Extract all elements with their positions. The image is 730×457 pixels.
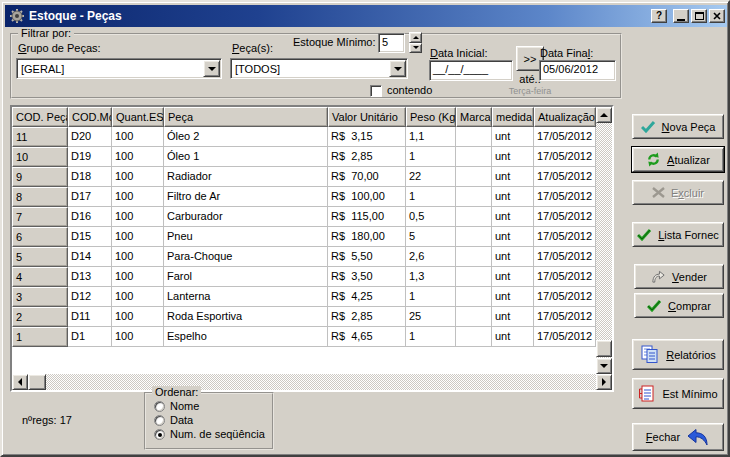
table-cell: D11 (68, 307, 112, 327)
estoque-minimo-input[interactable]: 5 (378, 33, 405, 53)
refresh-icon (646, 152, 661, 167)
comprar-button[interactable]: Comprar (634, 293, 724, 318)
table-row[interactable]: 11D20100Óleo 2R$ 3,151,1unt17/05/2012 (12, 127, 596, 147)
grupo-pecas-combobox[interactable]: [GERAL] (16, 58, 222, 79)
radio-icon[interactable] (154, 415, 165, 426)
table-row[interactable]: 3D12100LanternaR$ 4,251unt17/05/2012 (12, 287, 596, 307)
spinner-up-button[interactable] (409, 32, 422, 43)
contendo-checkbox[interactable] (370, 85, 382, 97)
column-header[interactable]: Peça (164, 107, 328, 127)
table-cell: 2,6 (406, 247, 456, 267)
close-icon (713, 12, 721, 20)
excluir-button[interactable]: Excluir (632, 180, 724, 205)
scroll-up-button[interactable] (596, 107, 612, 123)
minimize-button[interactable] (673, 9, 689, 23)
button-label: Fechar (646, 431, 680, 443)
table-cell: 100 (112, 287, 164, 307)
contendo-label: contendo (387, 84, 432, 96)
scroll-left-button[interactable] (12, 374, 28, 390)
vertical-scroll-thumb[interactable] (596, 340, 612, 357)
table-cell (456, 247, 492, 267)
chevron-down-icon (208, 67, 216, 71)
column-header[interactable]: Atualização (534, 107, 596, 127)
table-cell: 17/05/2012 (534, 187, 596, 207)
radio-label: Nome (170, 400, 199, 412)
table-cell: Pneu (164, 227, 328, 247)
data-inicial-input[interactable]: __/__/____ (429, 60, 513, 81)
table-row[interactable]: 5D14100Para-ChoqueR$ 5,502,6unt17/05/201… (12, 247, 596, 267)
table-row[interactable]: 6D15100PneuR$ 180,005unt17/05/2012 (12, 227, 596, 247)
column-header[interactable]: Quant.EST (112, 107, 164, 127)
vertical-scrollbar[interactable] (596, 107, 612, 374)
radio-num-sequencia[interactable]: Num. de seqüência (154, 428, 265, 440)
table-cell: D1 (68, 327, 112, 347)
grid-viewport: COD. PeçaCOD.ModQuant.ESTPeçaValor Unitá… (12, 107, 612, 390)
close-button[interactable] (709, 9, 725, 23)
table-cell (456, 207, 492, 227)
column-header[interactable]: COD. Peça (12, 107, 68, 127)
table-cell: 17/05/2012 (534, 327, 596, 347)
est-minimo-button[interactable]: Est Mínimo (632, 378, 724, 409)
titlebar[interactable]: Estoque - Peças ? (5, 5, 727, 27)
minimize-icon (677, 19, 685, 21)
table-row[interactable]: 2D11100Roda EsportivaR$ 2,8525unt17/05/2… (12, 307, 596, 327)
nova-peca-button[interactable]: Nova Peça (632, 114, 724, 139)
column-header[interactable]: COD.Mod (68, 107, 112, 127)
pecas-dropdown-button[interactable] (389, 60, 406, 77)
spinner-down-button[interactable] (409, 43, 422, 54)
parts-grid[interactable]: COD. PeçaCOD.ModQuant.ESTPeçaValor Unitá… (10, 105, 614, 392)
table-row[interactable]: 10D19100Óleo 1R$ 2,851unt17/05/2012 (12, 147, 596, 167)
table-row[interactable]: 9D18100RadiadorR$ 70,0022unt17/05/2012 (12, 167, 596, 187)
estoque-minimo-spinner[interactable] (409, 32, 422, 53)
table-cell: Lanterna (164, 287, 328, 307)
table-cell: 100 (112, 267, 164, 287)
column-header[interactable]: Peso (Kg) (406, 107, 456, 127)
horizontal-scroll-thumb[interactable] (28, 374, 46, 390)
fechar-button[interactable]: Fechar (632, 423, 724, 451)
table-cell: Radiador (164, 167, 328, 187)
data-final-input[interactable]: 05/06/2012 (539, 60, 616, 81)
estoque-pecas-window: Estoque - Peças ? Filtrar por: Grupo de … (0, 0, 730, 457)
relatorios-button[interactable]: Relatórios (632, 339, 724, 370)
table-row[interactable]: 8D17100Filtro de ArR$ 100,001unt17/05/20… (12, 187, 596, 207)
radio-data[interactable]: Data (154, 414, 193, 426)
table-cell: R$ 2,85 (328, 307, 406, 327)
atualizar-button[interactable]: Atualizar (632, 147, 724, 172)
column-header[interactable]: medida (492, 107, 534, 127)
grupo-pecas-dropdown-button[interactable] (203, 60, 220, 77)
radio-icon[interactable] (154, 429, 165, 440)
ordenar-groupbox: Ordenar: Nome Data Num. de seqüência (144, 392, 274, 450)
table-cell: 17/05/2012 (534, 167, 596, 187)
scroll-down-button[interactable] (596, 358, 612, 374)
vender-button[interactable]: Vender (634, 264, 724, 289)
min-stock-icon (638, 384, 656, 403)
radio-icon[interactable] (154, 401, 165, 412)
lista-fornec-button[interactable]: Lista Fornec (632, 222, 724, 247)
pecas-combobox[interactable]: [TODOS] (230, 58, 408, 79)
table-row[interactable]: 4D13100FarolR$ 3,501,3unt17/05/2012 (12, 267, 596, 287)
table-cell: Espelho (164, 327, 328, 347)
data-final-label: Data Final: (540, 47, 593, 59)
table-cell: Farol (164, 267, 328, 287)
column-header[interactable]: Marca (456, 107, 492, 127)
table-cell: 1,3 (406, 267, 456, 287)
table-row[interactable]: 7D16100CarburadorR$ 115,000,5unt17/05/20… (12, 207, 596, 227)
column-header[interactable]: Valor Unitário (328, 107, 406, 127)
horizontal-scrollbar[interactable] (12, 374, 612, 390)
maximize-button[interactable] (691, 9, 707, 23)
pecas-value: [TODOS] (231, 63, 388, 75)
table-cell: 17/05/2012 (534, 147, 596, 167)
maximize-icon (695, 12, 704, 20)
radio-nome[interactable]: Nome (154, 400, 199, 412)
button-label: Nova Peça (662, 121, 716, 133)
data-inicial-label: Data Inicial: (430, 47, 487, 59)
table-cell: R$ 4,25 (328, 287, 406, 307)
table-cell: 1 (406, 287, 456, 307)
table-cell: 17/05/2012 (534, 207, 596, 227)
scroll-right-button[interactable] (596, 374, 612, 390)
row-id-cell: 5 (12, 247, 68, 267)
row-id-cell: 3 (12, 287, 68, 307)
table-cell: unt (492, 307, 534, 327)
help-button[interactable]: ? (651, 9, 667, 23)
table-row[interactable]: 1D1100EspelhoR$ 4,651unt17/05/2012 (12, 327, 596, 347)
